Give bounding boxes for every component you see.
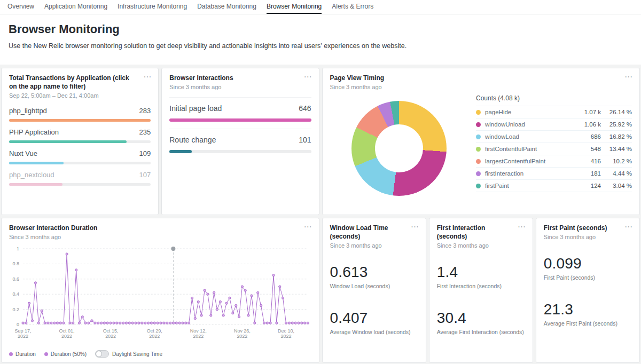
- legend-percent: 16.82 %: [601, 133, 632, 140]
- bar-row-php-nextcloud[interactable]: php_nextcloud107: [9, 171, 151, 186]
- panel-title: First Paint (seconds): [544, 224, 632, 232]
- bar-fill: [9, 183, 62, 186]
- panel-browser-interaction-duration: Browser Interaction Duration Since 3 mon…: [1, 218, 319, 363]
- svg-text:2022: 2022: [61, 334, 72, 339]
- svg-text:0.4: 0.4: [12, 291, 19, 297]
- bar-row-php-application[interactable]: PHP Application235: [9, 128, 151, 143]
- stat-value: 21.3: [544, 301, 632, 318]
- bar-label[interactable]: Nuxt Vue: [9, 149, 37, 157]
- panel-menu-icon[interactable]: ⋯: [143, 73, 152, 81]
- bar-value: 646: [299, 104, 311, 113]
- page-header: Browser Monitoring Use the New Relic bro…: [0, 14, 641, 65]
- legend-row-pagehide[interactable]: pageHide1.07 k26.14 %: [476, 106, 632, 118]
- panel-title: Browser Interactions: [169, 74, 311, 82]
- bar-row-initial-page-load[interactable]: Initial page load646: [169, 97, 311, 122]
- legend-value: 124: [574, 183, 601, 189]
- legend-dot: [476, 110, 481, 115]
- stat-value: 0.407: [330, 310, 418, 327]
- stat-avg-first-paint: 21.3 Average First Paint (seconds): [544, 301, 632, 327]
- bar-fill: [9, 140, 127, 143]
- panel-menu-icon[interactable]: ⋯: [624, 73, 633, 81]
- top-nav: OverviewApplication MonitoringInfrastruc…: [0, 0, 641, 14]
- line-chart-svg: 00.20.40.60.81Sep 17,2022Oct 01,2022Oct …: [9, 246, 311, 345]
- svg-text:2022: 2022: [193, 334, 204, 339]
- stat-label: Window Load (seconds): [330, 283, 418, 289]
- legend-row-firstpaint[interactable]: firstPaint1243.04 %: [476, 180, 632, 192]
- panel-first-paint: First Paint (seconds) Since 3 months ago…: [536, 218, 640, 363]
- legend-row-largestcontentfulpaint[interactable]: largestContentfulPaint41610.2 %: [476, 155, 632, 168]
- panel-total-transactions: Total Transactions by Application (click…: [1, 68, 159, 215]
- page-view-timing-donut-chart[interactable]: [351, 101, 447, 196]
- legend-label: windowUnload: [485, 121, 574, 128]
- svg-text:Nov 26,: Nov 26,: [234, 328, 251, 334]
- legend-label: firstContentfulPaint: [485, 146, 574, 152]
- legend-item-duration[interactable]: Duration: [9, 351, 36, 357]
- legend-value: 686: [574, 133, 601, 140]
- nav-tab-infrastructure-monitoring[interactable]: Infrastructure Monitoring: [118, 0, 187, 14]
- legend-percent: 26.14 %: [601, 109, 632, 115]
- bar-label[interactable]: php_lighttpd: [9, 107, 47, 115]
- bar-fill: [169, 118, 311, 122]
- panel-subtitle: Since 3 months ago: [9, 234, 311, 240]
- nav-tab-application-monitoring[interactable]: Application Monitoring: [44, 0, 107, 14]
- panel-menu-icon[interactable]: ⋯: [518, 223, 526, 231]
- stat-value: 30.4: [437, 310, 525, 327]
- svg-text:Oct 01,: Oct 01,: [59, 328, 75, 334]
- daylight-saving-toggle[interactable]: [95, 350, 109, 358]
- svg-text:0.2: 0.2: [12, 307, 19, 312]
- panel-menu-icon[interactable]: ⋯: [411, 223, 419, 231]
- panel-subtitle: Since 3 months ago: [437, 242, 525, 249]
- svg-text:2022: 2022: [18, 334, 28, 339]
- svg-text:Sep 17,: Sep 17,: [14, 328, 31, 334]
- legend-dot: [476, 147, 481, 152]
- legend-row-firstcontentfulpaint[interactable]: firstContentfulPaint54813.44 %: [476, 143, 632, 155]
- nav-tab-browser-monitoring[interactable]: Browser Monitoring: [267, 0, 322, 14]
- bar-label[interactable]: PHP Application: [9, 128, 59, 136]
- nav-tab-alerts-errors[interactable]: Alerts & Errors: [332, 0, 373, 14]
- bar-label[interactable]: Initial page load: [169, 104, 222, 113]
- panel-title: First Interaction (seconds): [437, 224, 525, 241]
- legend-label: firstPaint: [485, 183, 574, 189]
- legend-row-windowload[interactable]: windowLoad68616.82 %: [476, 131, 632, 143]
- panel-window-load-time: Window Load Time (seconds) Since 3 month…: [322, 218, 426, 363]
- bar-value: 283: [139, 107, 151, 115]
- legend-percent: 25.92 %: [601, 121, 632, 128]
- legend-label: firstInteraction: [485, 170, 574, 177]
- stat-window-load: 0.613 Window Load (seconds): [330, 264, 418, 289]
- legend-rows: pageHide1.07 k26.14 %windowUnload1.06 k2…: [476, 106, 632, 192]
- legend-item-duration-50[interactable]: Duration (50%): [44, 351, 87, 357]
- bar-label[interactable]: php_nextcloud: [9, 171, 54, 179]
- svg-text:2022: 2022: [105, 334, 116, 339]
- bar-label[interactable]: Route change: [169, 136, 216, 144]
- bar-fill: [9, 162, 64, 164]
- nav-tab-overview[interactable]: Overview: [7, 0, 34, 14]
- bar-row-nuxt-vue[interactable]: Nuxt Vue109: [9, 149, 151, 164]
- bar-row-route-change[interactable]: Route change101: [169, 129, 311, 153]
- svg-text:2022: 2022: [280, 334, 291, 339]
- legend-percent: 3.04 %: [601, 183, 632, 189]
- panel-subtitle: Sep 22, 5:00am – Dec 21, 4:00am: [9, 92, 151, 99]
- panel-menu-icon[interactable]: ⋯: [304, 73, 312, 81]
- legend-row-windowunload[interactable]: windowUnload1.06 k25.92 %: [476, 118, 632, 131]
- duration-line-chart[interactable]: 00.20.40.60.81Sep 17,2022Oct 01,2022Oct …: [9, 246, 311, 347]
- stat-avg-window-load: 0.407 Average Window load (seconds): [330, 310, 418, 335]
- transactions-bar-list: php_lighttpd283PHP Application235Nuxt Vu…: [9, 107, 151, 186]
- panel-subtitle: Since 3 months ago: [169, 84, 311, 90]
- nav-tab-database-monitoring[interactable]: Database Monitoring: [197, 0, 256, 14]
- interactions-bar-list: Initial page load646Route change101: [169, 97, 311, 153]
- stat-label: Average Window load (seconds): [330, 329, 418, 335]
- legend-value: 548: [574, 146, 601, 152]
- panel-title: Total Transactions by Application (click…: [9, 74, 151, 91]
- bar-track: [169, 118, 311, 122]
- panel-menu-icon[interactable]: ⋯: [304, 223, 312, 231]
- panel-menu-icon[interactable]: ⋯: [624, 223, 633, 231]
- stat-value: 0.613: [330, 264, 418, 281]
- stat-label: Average First Paint (seconds): [544, 320, 632, 327]
- stat-label: Average First Interaction (seconds): [437, 329, 525, 335]
- svg-text:Oct 29,: Oct 29,: [147, 328, 162, 334]
- bar-row-php-lighttpd[interactable]: php_lighttpd283: [9, 107, 151, 122]
- svg-text:0.8: 0.8: [12, 262, 19, 267]
- panel-page-view-timing: Page View Timing Since 3 months ago ⋯ Co…: [322, 68, 640, 215]
- legend-row-firstinteraction[interactable]: firstInteraction1814.44 %: [476, 168, 632, 180]
- toggle-knob: [96, 351, 102, 357]
